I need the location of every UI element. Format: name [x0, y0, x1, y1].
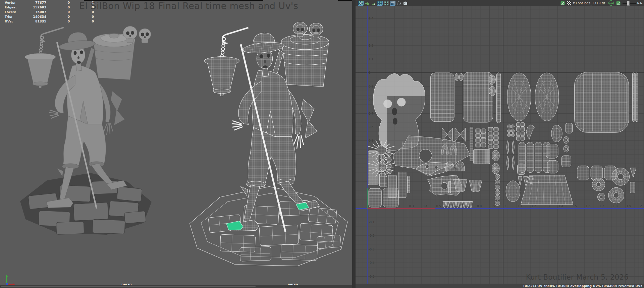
uv-shell[interactable] — [608, 187, 624, 203]
uv-shell[interactable] — [456, 162, 465, 171]
uv-shell[interactable] — [551, 125, 562, 142]
shaded-model-illustration[interactable] — [7, 13, 158, 248]
image-display-icon[interactable] — [560, 1, 566, 6]
svg-text:0.5: 0.5 — [436, 205, 441, 208]
shaded-shells-icon[interactable] — [364, 1, 370, 6]
svg-text:2: 2 — [640, 205, 642, 208]
svg-text:-0.4: -0.4 — [369, 261, 375, 265]
uv-shell[interactable] — [566, 123, 572, 133]
uv-shell[interactable] — [430, 73, 454, 122]
exposure-slider[interactable] — [623, 1, 636, 5]
image-ratio-icon[interactable] — [615, 1, 621, 6]
dim-image-icon[interactable] — [396, 1, 402, 6]
uv-shell[interactable] — [455, 128, 466, 141]
uv-distortion-icon[interactable] — [358, 1, 364, 6]
texture-name[interactable]: FootToes_TXTR.tif — [576, 1, 605, 5]
panel-edge — [338, 0, 352, 1]
svg-text:1.6: 1.6 — [586, 205, 591, 208]
uv-shell[interactable] — [512, 141, 515, 155]
uv-shell[interactable] — [546, 144, 558, 159]
uv-shell[interactable] — [507, 125, 514, 137]
uv-shell[interactable] — [591, 166, 603, 180]
svg-text:1.5: 1.5 — [572, 205, 577, 208]
checker-map-icon[interactable] — [566, 1, 572, 6]
uv-shell[interactable] — [460, 73, 463, 81]
uv-shell[interactable] — [492, 163, 499, 174]
uv-shell[interactable] — [564, 146, 569, 152]
uv-shell[interactable] — [633, 73, 635, 122]
texture-borders-icon[interactable] — [371, 1, 376, 6]
svg-text:1.3: 1.3 — [369, 31, 373, 34]
uv-canvas[interactable]: 00.10.20.30.40.50.60.70.80.911.11.21.31.… — [356, 6, 644, 284]
pane-divider[interactable] — [352, 0, 356, 288]
uv-shell[interactable] — [518, 177, 522, 185]
uv-shell[interactable] — [383, 188, 399, 207]
skull-pair — [123, 26, 151, 43]
tile-outline-icon[interactable] — [383, 1, 389, 6]
scene-title: El SilBon Wip 18 Final Real time mesh an… — [79, 1, 298, 11]
svg-text:-0.5: -0.5 — [369, 275, 375, 278]
uv-shell[interactable] — [535, 73, 559, 121]
uv-shell[interactable] — [612, 168, 630, 186]
uv-shell[interactable] — [463, 72, 493, 122]
uv-shell[interactable] — [448, 181, 451, 193]
uv-shell[interactable] — [380, 155, 385, 171]
uv-shell[interactable] — [561, 156, 571, 167]
svg-text:-0.3: -0.3 — [369, 248, 375, 251]
uv-status-bar: (0/221) UV shells, (0/308) overlapping U… — [356, 284, 644, 288]
hud-col2: 0 — [50, 5, 70, 9]
checker-tiles-icon[interactable] — [377, 1, 383, 6]
uv-shell[interactable] — [575, 72, 629, 132]
uv-shell[interactable] — [497, 73, 501, 123]
uv-shell[interactable] — [592, 178, 605, 191]
uv-shell[interactable] — [506, 181, 520, 202]
hud-col2: 0 — [50, 1, 70, 4]
uv-shell[interactable] — [521, 175, 573, 205]
uv-shell[interactable] — [495, 174, 500, 206]
uv-shell[interactable] — [474, 150, 490, 164]
svg-text:1.2: 1.2 — [369, 44, 373, 47]
uv-shell[interactable] — [470, 127, 473, 161]
uv-shell[interactable] — [527, 142, 534, 173]
uv-shell[interactable] — [455, 73, 459, 81]
3d-viewport[interactable]: Verts: 77677 0 0Edges: 152693 0 0Faces: … — [0, 0, 356, 288]
time-scrollbar[interactable] — [1, 286, 256, 287]
uv-shell[interactable] — [518, 164, 525, 174]
step-forward-icon[interactable]: ▶ — [637, 1, 640, 5]
axis-gizmo — [3, 274, 18, 287]
uv-shell[interactable] — [577, 166, 589, 180]
uv-shell[interactable] — [379, 173, 387, 187]
uv-shell[interactable] — [368, 152, 378, 185]
uv-shell[interactable] — [489, 87, 495, 96]
svg-text:0.6: 0.6 — [369, 125, 374, 129]
arm-fin — [301, 100, 317, 138]
hud-total: 152693 — [19, 5, 46, 9]
uv-shell[interactable] — [398, 172, 406, 198]
uv-shell[interactable] — [369, 188, 381, 207]
uv-shell[interactable] — [630, 182, 635, 193]
uv-shell[interactable] — [636, 73, 638, 122]
texture-dropdown-icon[interactable]: ▼ — [573, 2, 575, 5]
wireframe-model-illustration[interactable] — [183, 12, 356, 277]
svg-text:0.9: 0.9 — [491, 205, 496, 208]
uv-shell[interactable] — [469, 180, 482, 192]
rgb-channels-icon[interactable]: RGB — [608, 0, 614, 6]
svg-text:1.3: 1.3 — [545, 205, 550, 208]
uv-shell[interactable] — [507, 73, 531, 121]
maya-screenshot: Verts: 77677 0 0Edges: 152693 0 0Faces: … — [0, 0, 644, 288]
uv-shell[interactable] — [408, 176, 410, 193]
uv-shell[interactable] — [507, 141, 509, 155]
pixel-grid-icon[interactable] — [390, 1, 395, 6]
uv-shell[interactable] — [630, 168, 636, 177]
step-forward-icon[interactable]: ▶ — [640, 1, 643, 5]
uv-shell[interactable] — [489, 75, 495, 84]
svg-text:1.1: 1.1 — [369, 58, 373, 61]
uv-shell[interactable] — [547, 160, 558, 173]
uv-shell[interactable] — [443, 201, 473, 208]
uv-snapshot-icon[interactable] — [402, 1, 408, 6]
uv-shell[interactable] — [535, 142, 542, 173]
slider-handle[interactable] — [627, 1, 630, 6]
uv-shell[interactable] — [492, 150, 499, 161]
uv-shell[interactable] — [564, 136, 569, 143]
uv-shell[interactable] — [598, 193, 605, 201]
